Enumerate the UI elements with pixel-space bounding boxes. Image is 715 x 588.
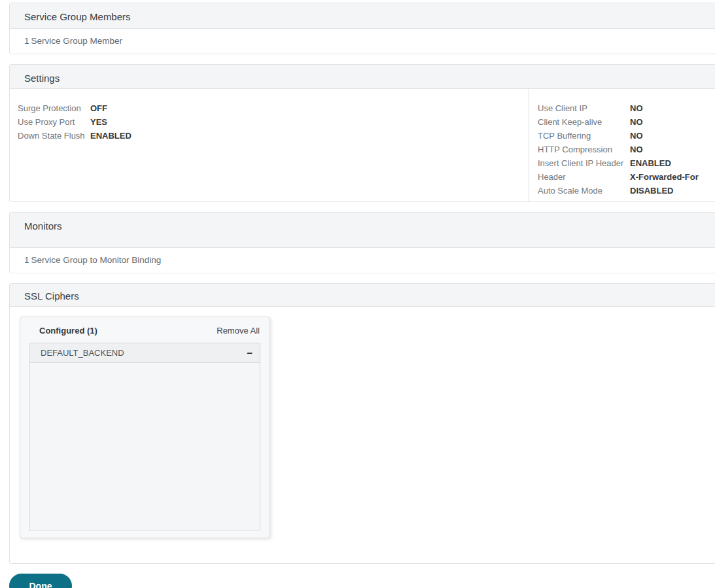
setting-label: TCP Buffering [538,129,630,143]
setting-value: DISABLED [630,184,673,198]
setting-row: HTTP Compression NO [538,143,715,156]
ssl-ciphers-content: Configured (1) Remove All DEFAULT_BACKEN… [10,317,715,563]
cipher-row: DEFAULT_BACKEND − [30,343,260,363]
cipher-name: DEFAULT_BACKEND [41,348,124,358]
binding-label: Service Group Member [31,36,123,46]
setting-label: Client Keep-alive [538,115,630,129]
setting-row: Insert Client IP Header ENABLED [538,156,715,170]
section-title: Monitors [24,220,62,232]
setting-value: YES [90,115,107,129]
binding-count: 1 [24,36,29,46]
setting-value: NO [630,115,643,129]
section-monitors: Monitors 1Service Group to Monitor Bindi… [9,212,715,273]
setting-value: NO [630,129,643,143]
settings-column-right: Use Client IP NO Client Keep-alive NO TC… [529,89,715,201]
setting-row: Surge Protection OFF [18,101,529,115]
section-service-group-members: Service Group Members 1Service Group Mem… [9,3,715,54]
remove-cipher-icon[interactable]: − [247,347,253,358]
configured-ciphers-card-header: Configured (1) Remove All [20,317,270,343]
binding-count: 1 [24,255,29,265]
configured-ciphers-card: Configured (1) Remove All DEFAULT_BACKEN… [20,317,270,538]
setting-label: Insert Client IP Header [538,156,630,170]
setting-label: HTTP Compression [538,143,630,156]
setting-label: Header [538,170,630,184]
setting-row: Auto Scale Mode DISABLED [538,184,715,198]
setting-label: Surge Protection [18,101,90,115]
service-group-members-header: Service Group Members [10,3,715,29]
setting-row: Header X-Forwarded-For [538,170,715,184]
configured-count-label: Configured (1) [39,326,97,336]
setting-value: NO [630,101,643,115]
setting-value: OFF [90,101,107,115]
section-title: Settings [24,73,60,84]
done-button[interactable]: Done [9,574,72,588]
binding-label: Service Group to Monitor Binding [31,255,162,265]
setting-row: Down State Flush ENABLED [18,129,529,143]
monitors-header: Monitors [10,213,715,248]
section-settings: Settings Surge Protection OFF Use Proxy … [9,64,715,202]
setting-value: NO [630,143,643,156]
setting-label: Down State Flush [18,129,90,143]
section-title: Service Group Members [24,11,131,22]
monitor-binding-link[interactable]: 1Service Group to Monitor Binding [10,248,715,273]
settings-column-left: Surge Protection OFF Use Proxy Port YES … [10,89,529,201]
setting-row: Use Client IP NO [538,101,715,115]
service-group-member-binding-link[interactable]: 1Service Group Member [10,29,715,54]
settings-content: Surge Protection OFF Use Proxy Port YES … [10,89,715,201]
section-ssl-ciphers: SSL Ciphers Configured (1) Remove All DE… [9,283,715,564]
setting-value: ENABLED [90,129,131,143]
setting-row: Use Proxy Port YES [18,115,529,129]
setting-row: TCP Buffering NO [538,129,715,143]
setting-value: X-Forwarded-For [630,170,699,184]
ssl-ciphers-header: SSL Ciphers [10,284,715,307]
section-title: SSL Ciphers [24,290,79,302]
settings-header: Settings [10,65,715,89]
setting-value: ENABLED [630,156,671,170]
setting-label: Use Proxy Port [18,115,90,129]
cipher-list: DEFAULT_BACKEND − [29,343,260,530]
setting-label: Auto Scale Mode [538,184,630,198]
setting-label: Use Client IP [538,101,630,115]
setting-row: Client Keep-alive NO [538,115,715,129]
remove-all-link[interactable]: Remove All [217,326,260,336]
